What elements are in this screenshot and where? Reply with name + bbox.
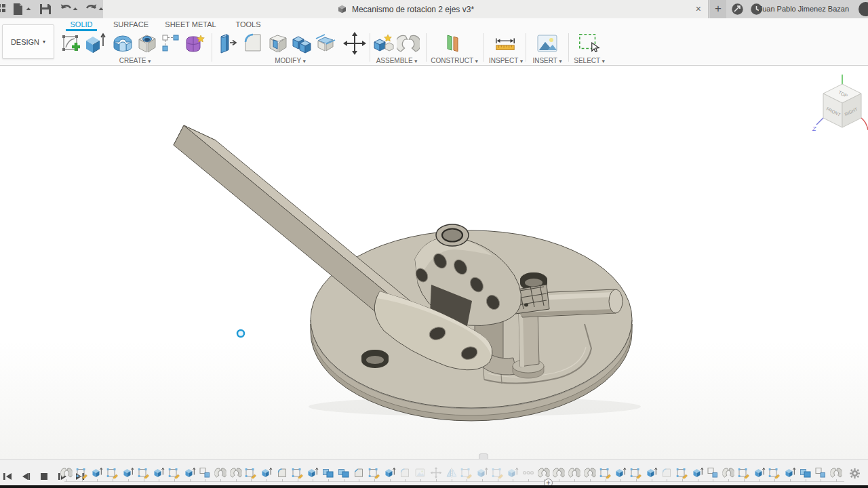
user-name[interactable]: Juan Pablo Jimenez Bazan (759, 5, 849, 13)
new-component-icon[interactable] (372, 32, 395, 55)
combine-icon[interactable] (290, 32, 313, 55)
timeline-tick (128, 479, 129, 482)
chevron-down-icon: ▾ (520, 58, 523, 64)
group-create[interactable]: CREATE ▾ (119, 57, 151, 64)
user-avatar[interactable] (859, 2, 868, 16)
tab-solid[interactable]: SOLID (70, 20, 92, 28)
tab-tools[interactable]: TOOLS (235, 20, 260, 28)
fillet-icon[interactable] (241, 32, 264, 55)
timeline-tick (298, 479, 298, 482)
timeline-tick (174, 479, 175, 482)
viewport-canvas[interactable]: TOP FRONT RIGHT Z (0, 66, 868, 459)
fusion360-window: { "ui": { "caret_down": "▾", "close_glyp… (0, 0, 868, 488)
stop-button[interactable] (40, 471, 48, 483)
press-pull-icon[interactable] (216, 32, 239, 55)
document-cube-icon (337, 4, 347, 14)
group-insert[interactable]: INSERT ▾ (532, 57, 561, 64)
timeline-tick (66, 479, 67, 482)
active-tab-underline (66, 29, 97, 31)
timeline-tick (606, 479, 606, 482)
extrude-icon[interactable] (83, 32, 106, 55)
timeline-tick (728, 479, 729, 482)
timeline-tick (205, 479, 205, 482)
group-separator (370, 33, 370, 62)
timeline-tick (806, 479, 806, 482)
joint-icon[interactable] (397, 32, 420, 55)
base-hole (361, 350, 389, 368)
workspace-selector[interactable]: DESIGN ▾ (2, 24, 54, 59)
insert-image-icon[interactable] (536, 32, 559, 55)
timeline-ruler[interactable] (64, 481, 844, 482)
timeline-tick (836, 479, 837, 482)
group-separator (526, 33, 526, 62)
chevron-down-icon: ▾ (414, 58, 417, 64)
timeline-tick (328, 479, 329, 482)
timeline-tick (559, 479, 559, 482)
sketch-point[interactable] (237, 330, 244, 337)
group-select[interactable]: SELECT ▾ (574, 57, 605, 64)
undo-icon[interactable] (58, 3, 80, 18)
tab-surface[interactable]: SURFACE (113, 20, 149, 28)
group-assemble[interactable]: ASSEMBLE ▾ (376, 57, 418, 64)
revolve-icon[interactable] (111, 32, 134, 55)
shell-icon[interactable] (267, 32, 290, 55)
move-icon[interactable] (343, 32, 366, 55)
chevron-down-icon: ▾ (602, 58, 605, 64)
timeline-tick (436, 479, 437, 482)
application-bar: Mecanismo de rotacion 2 ejes v3* × + Jua… (0, 0, 868, 18)
navigation-bar-collapsed-tab[interactable] (479, 453, 488, 459)
skip-to-start-button[interactable] (3, 471, 12, 483)
timeline-tick (652, 479, 652, 482)
timeline-tick (420, 479, 421, 482)
group-construct[interactable]: CONSTRUCT ▾ (431, 57, 477, 64)
new-tab-button[interactable]: + (710, 0, 726, 18)
document-tab[interactable]: Mecanismo de rotacion 2 ejes v3* × (103, 0, 709, 18)
timeline-tick (821, 479, 821, 482)
timeline-tick (344, 479, 344, 482)
create-form-icon[interactable] (183, 32, 206, 55)
group-separator (426, 33, 427, 62)
timeline-tick (590, 479, 591, 482)
timeline-tick (574, 479, 575, 482)
tab-sheet-metal[interactable]: SHEET METAL (165, 20, 216, 28)
close-tab-icon[interactable]: × (696, 3, 701, 14)
save-icon[interactable] (39, 3, 52, 18)
create-sketch-icon[interactable] (60, 32, 83, 55)
file-menu-icon[interactable] (12, 3, 33, 18)
chevron-down-icon: ▾ (475, 58, 478, 64)
pattern-icon[interactable] (159, 32, 182, 55)
timeline-tick (374, 479, 375, 482)
timeline-tick (452, 479, 452, 482)
view-cube[interactable]: TOP FRONT RIGHT Z (811, 68, 868, 142)
hole-icon[interactable] (136, 32, 159, 55)
timeline-tick (82, 479, 83, 482)
timeline-tick (713, 479, 713, 482)
timeline-tick (159, 479, 159, 482)
extensions-icon[interactable] (731, 3, 744, 16)
data-panel-icon[interactable] (0, 3, 7, 18)
select-icon[interactable] (578, 32, 601, 55)
timeline-tick (267, 479, 267, 482)
split-body-icon[interactable] (314, 32, 337, 55)
group-inspect[interactable]: INSPECT ▾ (489, 57, 523, 64)
step-back-button[interactable] (21, 471, 31, 483)
viewcube-z-axis-label: Z (812, 125, 816, 132)
construction-plane-icon[interactable] (441, 32, 464, 55)
timeline-bar: + (0, 459, 868, 485)
model-eyelet (436, 224, 469, 246)
timeline-tick (760, 479, 760, 482)
timeline-settings-gear-icon[interactable] (850, 468, 860, 481)
timeline-tick (467, 479, 467, 482)
timeline-tick (390, 479, 391, 482)
timeline-tick (682, 479, 683, 482)
letterbox-strip (0, 485, 868, 488)
chevron-down-icon: ▾ (559, 58, 562, 64)
timeline-tick (774, 479, 775, 482)
measure-icon[interactable] (494, 32, 517, 55)
timeline-tick (144, 479, 144, 482)
timeline-tick (282, 479, 283, 482)
chevron-down-icon: ▾ (148, 58, 151, 64)
group-modify[interactable]: MODIFY ▾ (275, 57, 306, 64)
timeline-tick (498, 479, 498, 482)
timeline-tick (667, 479, 667, 482)
